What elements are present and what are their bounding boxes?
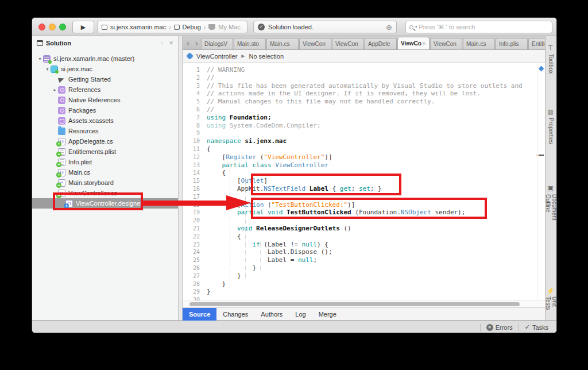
line-number[interactable]: 6 (183, 106, 207, 114)
line-number[interactable]: 30 (183, 296, 207, 300)
tree-item-si-jenx-xamarin-mac-master[interactable]: ▾si.jenx.xamarin.mac (master) (32, 53, 178, 64)
line-number[interactable]: 23 (183, 241, 207, 249)
line-number[interactable]: 25 (183, 256, 207, 264)
code-line-22[interactable]: 22 { (183, 233, 537, 241)
code-line-8[interactable]: 8using System.CodeDom.Compiler; (183, 122, 537, 130)
line-number[interactable]: 16 (183, 185, 207, 193)
quick-tasks-diamond-icon[interactable] (539, 66, 544, 72)
global-search[interactable]: ▾ (405, 21, 552, 33)
code-line-26[interactable]: 26 } (183, 264, 537, 272)
pad-tab-unit-tests[interactable]: ⚡Unit Tests (545, 287, 558, 320)
line-number[interactable]: 12 (183, 153, 207, 161)
tree-item-packages[interactable]: Packages (32, 105, 178, 115)
line-number[interactable]: 28 (183, 280, 207, 288)
tab-main-cs[interactable]: Main.cs (266, 38, 299, 49)
code-line-7[interactable]: 7using Foundation; (183, 114, 537, 122)
close-window-button[interactable] (38, 24, 45, 30)
tab-main-cs[interactable]: Main.cs (463, 38, 495, 49)
code-line-23[interactable]: 23 if (Label != null) { (183, 241, 537, 249)
view-tab-merge[interactable]: Merge (312, 308, 343, 321)
tab-viewcon[interactable]: ViewCon (332, 38, 364, 49)
line-number[interactable]: 2 (183, 74, 207, 82)
tree-item-info-plist[interactable]: +Info.plist (32, 157, 178, 167)
target-project[interactable]: si.jenx.xamarin.mac (110, 24, 166, 30)
tree-item-getting-started[interactable]: Getting Started (32, 74, 178, 84)
code-line-5[interactable]: 5// Manual changes to this file may not … (183, 98, 537, 106)
status-expand-icon[interactable]: ⊕ (386, 24, 392, 31)
tree-item-native-references[interactable]: Native References (32, 95, 178, 105)
tree-item-appdelegate-cs[interactable]: +AppDelegate.cs (32, 136, 178, 147)
line-number[interactable]: 26 (183, 264, 207, 272)
code-line-21[interactable]: 21 void ReleaseDesignerOutlets () (183, 225, 537, 233)
code-line-9[interactable]: 9 (183, 129, 537, 137)
line-number[interactable]: 5 (183, 98, 207, 106)
tree-item-main-storyboard[interactable]: +Main.storyboard (32, 178, 178, 188)
view-tab-source[interactable]: Source (183, 308, 216, 321)
line-number[interactable]: 27 (183, 272, 207, 280)
target-device[interactable]: My Mac (218, 24, 241, 30)
code-line-13[interactable]: 13 partial class ViewController (183, 161, 537, 169)
line-number[interactable]: 9 (183, 129, 207, 137)
line-number[interactable]: 24 (183, 248, 207, 256)
line-number[interactable]: 3 (183, 82, 207, 90)
dock-pad-icon[interactable]: ▫ (161, 40, 163, 46)
code-line-29[interactable]: 29} (183, 288, 537, 296)
errors-button[interactable]: ✕ Errors (486, 324, 513, 331)
nav-back-icon[interactable]: ‹ (184, 37, 192, 49)
tree-item-assets-xcassets[interactable]: Assets.xcassets (32, 115, 178, 126)
view-tab-changes[interactable]: Changes (216, 308, 254, 321)
line-number[interactable]: 11 (183, 145, 207, 153)
line-number[interactable]: 4 (183, 90, 207, 98)
line-number[interactable]: 22 (183, 233, 207, 241)
code-line-24[interactable]: 24 Label.Dispose (); (183, 248, 537, 256)
line-number[interactable]: 20 (183, 217, 207, 225)
code-line-30[interactable]: 30 (183, 296, 537, 300)
build-target-selector[interactable]: si.jenx.xamarin.mac › Debug › My Mac (97, 21, 247, 33)
line-number[interactable]: 1 (183, 66, 207, 74)
tasks-button[interactable]: ✓ Tasks (525, 323, 548, 331)
chevron-right-icon[interactable]: ▸ (52, 87, 58, 92)
code-line-4[interactable]: 4// actions made in the UI designer. If … (183, 90, 537, 98)
close-pad-icon[interactable]: ✕ (169, 40, 173, 46)
code-line-12[interactable]: 12 [Register ("ViewController")] (183, 153, 537, 161)
code-line-2[interactable]: 2// (183, 74, 537, 82)
code-line-6[interactable]: 6// (183, 106, 537, 114)
code-line-27[interactable]: 27 } (183, 272, 537, 280)
search-input[interactable] (419, 24, 548, 30)
line-number[interactable]: 10 (183, 137, 207, 145)
line-number[interactable]: 19 (183, 209, 207, 217)
code-line-1[interactable]: 1// WARNING (183, 66, 537, 74)
view-tab-authors[interactable]: Authors (254, 308, 289, 321)
code-line-25[interactable]: 25 Label = null; (183, 256, 537, 264)
line-number[interactable]: 8 (183, 122, 207, 130)
tab-viewcon[interactable]: ViewCon (299, 38, 331, 49)
target-configuration[interactable]: Debug (183, 24, 201, 30)
tab-appdele[interactable]: AppDele (365, 38, 397, 49)
tree-item-entitlements-plist[interactable]: +Entitlements.plist (32, 147, 178, 157)
close-tab-icon[interactable]: ✕ (421, 41, 426, 47)
tree-item-resources[interactable]: Resources (32, 126, 178, 136)
run-button[interactable]: ▶ (72, 21, 94, 33)
tree-item-main-cs[interactable]: +Main.cs (32, 167, 178, 178)
pad-tab-document-outline[interactable]: ▣Document Outline (545, 184, 558, 238)
minimize-window-button[interactable] (49, 24, 56, 30)
nav-forward-icon[interactable]: › (192, 37, 201, 49)
tab-main-sto[interactable]: Main.sto (234, 38, 266, 49)
scrollbar-thumb[interactable] (189, 302, 520, 306)
tab-dialogsv[interactable]: DialogsV (201, 38, 233, 49)
code-line-11[interactable]: 11{ (183, 145, 537, 153)
tab-viewcon[interactable]: ViewCon (430, 38, 462, 49)
tree-item-references[interactable]: ▸References (32, 84, 178, 95)
search-scope-caret-icon[interactable]: ▾ (415, 25, 417, 29)
pad-tab-toolbox[interactable]: ⊤Toolbox (547, 44, 555, 74)
line-number[interactable]: 15 (183, 177, 207, 185)
overview-ruler[interactable] (537, 63, 545, 300)
zoom-window-button[interactable] (59, 24, 66, 30)
horizontal-scrollbar[interactable] (183, 300, 545, 307)
chevron-down-icon[interactable]: ▾ (44, 67, 51, 72)
pad-tab-properties[interactable]: ▥Properties (547, 108, 555, 144)
line-number[interactable]: 21 (183, 225, 207, 233)
code-line-3[interactable]: 3// This file has been generated automat… (183, 82, 537, 90)
line-number[interactable]: 14 (183, 169, 207, 177)
tree-item-si-jenx-mac[interactable]: ▾si.jenx.mac (32, 64, 178, 74)
